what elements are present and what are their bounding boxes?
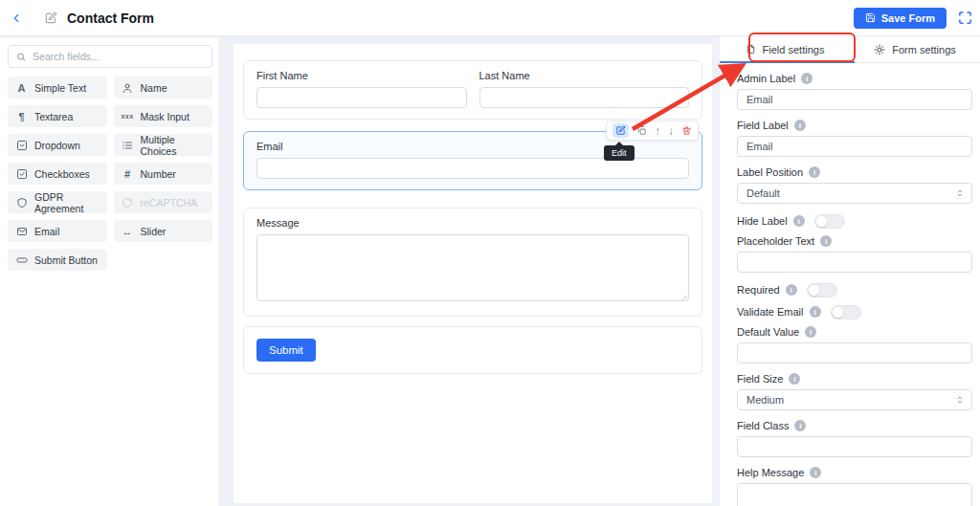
fullscreen-icon [958,11,972,25]
placeholder-text-input[interactable] [737,252,972,273]
info-icon[interactable]: i [789,373,800,385]
submit-button[interactable]: Submit [256,339,316,362]
field-label-label: Field Label [737,120,789,131]
label-position-value: Default [746,187,780,199]
field-type-mask-input[interactable]: xxx Mask Input [114,105,213,127]
submit-field-group[interactable]: Submit [243,326,702,374]
last-name-label: Last Name [479,70,690,81]
field-size-select[interactable]: Medium [737,389,972,410]
button-icon [15,254,28,266]
field-type-checkboxes[interactable]: Checkboxes [8,163,107,185]
field-type-dropdown[interactable]: Dropdown [8,134,107,156]
info-icon[interactable]: i [786,284,797,296]
info-icon[interactable]: i [801,73,813,84]
save-form-button[interactable]: Save Form [854,8,947,29]
admin-label-input[interactable] [737,89,972,110]
field-size-value: Medium [746,394,784,406]
info-icon[interactable]: i [793,215,805,227]
field-settings-form: Admin Label i Field Label i Label Positi… [720,63,980,506]
info-icon[interactable]: i [810,467,821,478]
fullscreen-button[interactable] [958,11,972,25]
label-position-label: Label Position [737,166,803,178]
toggle-knob [816,216,827,227]
default-value-block: Default Value i [737,326,972,363]
select-stepper-icon [955,395,965,405]
required-label: Required [737,284,780,296]
field-type-gdpr-agreement[interactable]: GDPR Agreement [8,191,107,213]
email-input[interactable] [256,158,689,179]
field-type-multiple-choices[interactable]: Multiple Choices [114,134,213,156]
email-field-group[interactable]: ↑ ↓ Edit Email [243,131,702,190]
name-field-group[interactable]: First Name Last Name [243,60,702,120]
edit-tooltip: Edit [604,145,635,161]
placeholder-text-label: Placeholder Text [737,235,814,247]
checkbox-icon [15,168,28,180]
field-type-label: Mask Input [141,111,189,122]
chevron-left-icon [10,11,23,25]
shield-icon [15,197,28,209]
pencil-icon [615,125,626,136]
back-button[interactable] [10,11,23,25]
form-settings-tab-label: Form settings [892,44,956,55]
gear-icon [874,44,885,55]
default-value-input[interactable] [737,342,972,363]
last-name-input[interactable] [479,87,690,108]
search-icon [16,52,26,62]
field-type-submit-button[interactable]: Submit Button [8,249,107,271]
field-type-name[interactable]: Name [114,77,213,99]
field-type-email[interactable]: Email [8,220,107,242]
hide-label-toggle[interactable] [814,214,845,229]
search-fields-input[interactable] [33,51,204,62]
field-settings-tab-label: Field settings [763,44,825,55]
info-icon[interactable]: i [810,306,821,318]
edit-field-button[interactable] [612,123,629,138]
message-textarea[interactable] [256,234,689,301]
info-icon[interactable]: i [794,420,806,431]
info-icon[interactable]: i [805,326,816,338]
field-class-block: Field Class i [737,420,972,457]
header-actions: Save Form [854,8,972,29]
page-title: Contact Form [67,11,154,26]
info-icon[interactable]: i [794,120,806,131]
field-type-label: reCAPTCHA [141,197,198,209]
move-field-down-button[interactable]: ↓ [668,125,674,137]
label-position-block: Label Position i Default [737,166,972,204]
required-toggle[interactable] [807,283,837,297]
document-icon [746,44,756,55]
help-message-textarea[interactable] [737,483,972,506]
tab-form-settings[interactable]: Form settings [850,36,980,62]
message-field-group[interactable]: Message [243,208,702,317]
field-type-label: Email [34,226,59,237]
field-label-input[interactable] [737,136,972,157]
edit-title-icon[interactable] [44,11,57,25]
help-message-block: Help Message i [737,467,972,506]
simple-text-icon: A [15,82,28,94]
tooltip-caret [615,142,623,145]
admin-label-block: Admin Label i [737,73,972,110]
field-class-input[interactable] [737,436,972,457]
field-type-label: Number [141,168,176,180]
tab-field-settings[interactable]: Field settings [720,36,850,62]
default-value-label: Default Value [737,326,799,338]
delete-field-button[interactable] [681,125,692,136]
field-type-label: Checkboxes [34,168,90,180]
move-field-up-button[interactable]: ↑ [655,125,660,137]
label-position-select[interactable]: Default [737,183,972,204]
search-fields-box[interactable] [8,45,212,68]
field-type-textarea[interactable]: ¶ Textarea [8,105,107,127]
field-type-slider[interactable]: ↔ Slider [114,220,213,242]
save-form-label: Save Form [881,12,935,24]
info-icon[interactable]: i [820,235,832,247]
field-type-label: Slider [141,226,167,237]
field-class-label: Field Class [737,420,789,431]
settings-panel: Field settings Form settings Admin Label… [720,36,980,506]
validate-email-toggle[interactable] [831,305,861,319]
dropdown-icon [15,140,28,151]
info-icon[interactable]: i [809,166,820,178]
validate-email-label: Validate Email [737,306,804,318]
first-name-input[interactable] [256,87,467,108]
field-type-number[interactable]: # Number [114,163,213,185]
duplicate-field-button[interactable] [636,125,647,136]
field-type-simple-text[interactable]: A Simple Text [8,77,107,99]
placeholder-text-block: Placeholder Text i [737,235,972,273]
